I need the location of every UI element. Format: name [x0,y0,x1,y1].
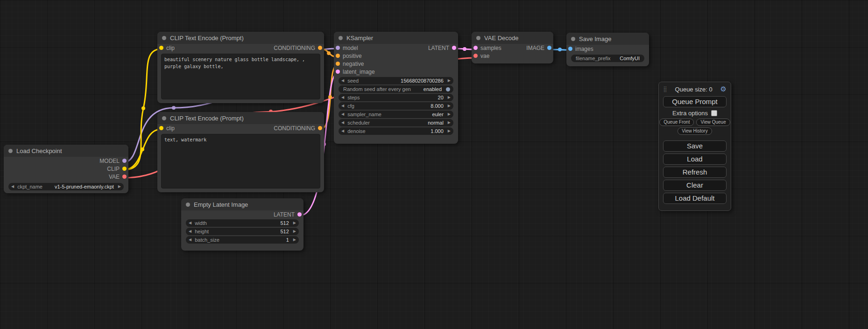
decrement-arrow-icon[interactable]: ◀ [11,185,14,189]
input-label: clip [166,125,175,132]
output-label: CLIP [107,166,120,172]
increment-arrow-icon[interactable]: ▶ [448,79,451,83]
decrement-arrow-icon[interactable]: ◀ [189,221,191,225]
input-slot-vae[interactable] [473,54,478,58]
widget-width[interactable]: ◀ width 512 ▶ [186,219,299,227]
increment-arrow-icon[interactable]: ▶ [448,96,451,99]
node-clip-text-encode-negative[interactable]: CLIP Text Encode (Prompt) clip CONDITION… [157,112,324,192]
widget-batch-size[interactable]: ◀ batch_size 1 ▶ [186,236,299,244]
input-slot-positive[interactable] [336,54,340,58]
widget-filename-prefix[interactable]: filename_prefix ComfyUI [571,55,644,62]
node-title-bar[interactable]: CLIP Text Encode (Prompt) [157,112,324,124]
decrement-arrow-icon[interactable]: ◀ [341,121,344,125]
decrement-arrow-icon[interactable]: ◀ [341,112,344,116]
node-empty-latent-image[interactable]: Empty Latent Image LATENT ◀ width 512 ▶ … [181,198,303,251]
increment-arrow-icon[interactable]: ▶ [448,129,451,133]
widget-steps[interactable]: ◀ steps 20 ▶ [339,94,453,101]
input-slot-latent-image[interactable] [336,70,340,74]
widget-cfg[interactable]: ◀ cfg 8.000 ▶ [339,102,453,110]
node-save-image[interactable]: Save Image images filename_prefix ComfyU… [566,33,649,66]
widget-denoise[interactable]: ◀ denoise 1.000 ▶ [339,127,453,135]
collapse-dot-icon[interactable] [162,36,166,40]
node-title-bar[interactable]: VAE Decode [472,32,553,44]
output-slot-conditioning[interactable] [318,126,322,130]
node-load-checkpoint[interactable]: Load Checkpoint MODEL CLIP VAE ◀ ckpt_na… [4,145,128,193]
widget-value: 20 [438,95,444,100]
widget-scheduler[interactable]: ◀ scheduler normal ▶ [339,119,453,126]
increment-arrow-icon[interactable]: ▶ [118,185,121,189]
increment-arrow-icon[interactable]: ▶ [293,230,296,233]
decrement-arrow-icon[interactable]: ◀ [341,129,344,133]
view-history-button[interactable]: View History [677,127,712,135]
output-slot-image[interactable] [547,46,551,50]
input-slot-samples[interactable] [473,46,478,50]
output-slot-latent[interactable] [297,212,302,217]
output-slot-clip[interactable] [122,167,127,171]
view-queue-button[interactable]: View Queue [696,119,730,126]
link-midpoint-dot [328,95,332,99]
collapse-dot-icon[interactable] [162,116,166,120]
widget-value: v1-5-pruned-emaonly.ckpt [55,184,114,189]
settings-gear-icon[interactable]: ⚙ [720,85,727,93]
node-title-bar[interactable]: Load Checkpoint [4,145,128,157]
input-slot-clip[interactable] [159,46,163,50]
node-title-bar[interactable]: Empty Latent Image [181,198,303,210]
widget-sampler-name[interactable]: ◀ sampler_name euler ▶ [339,111,453,118]
node-ksampler[interactable]: KSampler model LATENT positive negative … [334,32,458,144]
increment-arrow-icon[interactable]: ▶ [293,221,296,225]
load-default-button[interactable]: Load Default [663,193,727,204]
decrement-arrow-icon[interactable]: ◀ [341,96,344,99]
increment-arrow-icon[interactable]: ▶ [448,121,451,125]
decrement-arrow-icon[interactable]: ◀ [189,230,191,233]
node-title-bar[interactable]: KSampler [334,32,458,44]
output-slot-conditioning[interactable] [318,46,322,50]
node-clip-text-encode-positive[interactable]: CLIP Text Encode (Prompt) clip CONDITION… [157,32,324,103]
node-title-label: CLIP Text Encode (Prompt) [170,115,244,122]
input-label: samples [480,45,501,51]
increment-arrow-icon[interactable]: ▶ [293,238,296,242]
link-midpoint-dot [172,106,176,110]
input-label: latent_image [343,69,375,75]
extra-options-checkbox[interactable] [711,110,717,116]
node-title-bar[interactable]: Save Image [566,33,649,45]
decrement-arrow-icon[interactable]: ◀ [189,238,191,242]
input-slot-model[interactable] [336,46,340,50]
output-slot-vae[interactable] [122,175,127,179]
collapse-dot-icon[interactable] [476,36,480,40]
widget-name: seed [347,78,359,84]
collapse-dot-icon[interactable] [186,203,190,207]
save-button[interactable]: Save [663,140,727,152]
graph-canvas[interactable]: Load Checkpoint MODEL CLIP VAE ◀ ckpt_na… [0,0,868,329]
input-slot-negative[interactable] [336,62,340,66]
menu-drag-handle-icon[interactable]: ⣿ [663,86,667,92]
widget-height[interactable]: ◀ height 512 ▶ [186,228,299,235]
decrement-arrow-icon[interactable]: ◀ [341,79,344,83]
toggle-indicator-icon[interactable] [446,87,450,91]
prompt-textarea[interactable]: beautiful scenery nature glass bottle la… [161,54,320,99]
widget-name: width [195,220,207,226]
output-slot-model[interactable] [122,159,127,163]
output-label: LATENT [274,211,295,218]
refresh-button[interactable]: Refresh [663,167,727,178]
increment-arrow-icon[interactable]: ▶ [448,104,451,108]
node-vae-decode[interactable]: VAE Decode samples IMAGE vae [472,32,553,63]
collapse-dot-icon[interactable] [571,37,575,41]
collapse-dot-icon[interactable] [8,149,13,153]
input-slot-images[interactable] [568,47,572,51]
output-slot-latent[interactable] [452,46,456,50]
widget-random-seed-toggle[interactable]: Random seed after every gen enabled [339,85,453,93]
node-title-bar[interactable]: CLIP Text Encode (Prompt) [157,32,324,44]
widget-value: ComfyUI [620,56,640,61]
widget-seed[interactable]: ◀ seed 156680208700286 ▶ [339,77,453,84]
clear-button[interactable]: Clear [663,180,727,191]
widget-value: euler [432,112,443,117]
collapse-dot-icon[interactable] [339,36,343,40]
decrement-arrow-icon[interactable]: ◀ [341,104,344,108]
load-button[interactable]: Load [663,154,727,165]
queue-prompt-button[interactable]: Queue Prompt [663,96,727,107]
input-slot-clip[interactable] [159,126,163,130]
widget-ckpt-name[interactable]: ◀ ckpt_name v1-5-pruned-emaonly.ckpt ▶ [8,183,124,190]
queue-front-button[interactable]: Queue Front [659,119,694,126]
prompt-textarea[interactable]: text, watermark [161,134,320,189]
increment-arrow-icon[interactable]: ▶ [448,112,451,116]
